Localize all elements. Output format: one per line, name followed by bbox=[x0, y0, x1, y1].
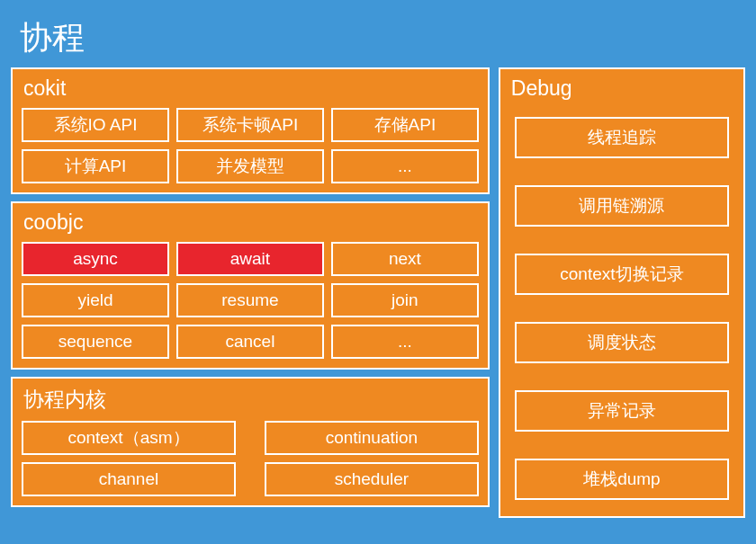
coobjc-item: next bbox=[331, 242, 479, 276]
kernel-item: context（asm） bbox=[22, 421, 236, 455]
left-column: cokit 系统IO API 系统卡顿API 存储API 计算API 并发模型 … bbox=[11, 67, 490, 518]
coobjc-item: join bbox=[331, 283, 479, 317]
cokit-item: 存储API bbox=[331, 108, 479, 142]
cokit-panel: cokit 系统IO API 系统卡顿API 存储API 计算API 并发模型 … bbox=[11, 67, 490, 194]
debug-item: 线程追踪 bbox=[515, 117, 729, 158]
cokit-item: ... bbox=[331, 149, 479, 183]
cokit-item: 并发模型 bbox=[176, 149, 324, 183]
kernel-item: channel bbox=[22, 462, 236, 496]
kernel-title: 协程内核 bbox=[23, 386, 479, 414]
coobjc-item: yield bbox=[22, 283, 169, 317]
debug-list: 线程追踪 调用链溯源 context切换记录 调度状态 异常记录 堆栈dump bbox=[509, 117, 734, 507]
cokit-title: cokit bbox=[23, 76, 479, 101]
cokit-item: 系统IO API bbox=[22, 108, 169, 142]
debug-item: context切换记录 bbox=[515, 254, 729, 295]
debug-panel: Debug 线程追踪 调用链溯源 context切换记录 调度状态 异常记录 堆… bbox=[499, 67, 745, 518]
coobjc-panel: coobjc async await next yield resume joi… bbox=[11, 201, 490, 370]
debug-title: Debug bbox=[511, 76, 734, 101]
cokit-item: 计算API bbox=[22, 149, 169, 183]
coobjc-item: cancel bbox=[176, 325, 324, 359]
debug-item: 调用链溯源 bbox=[515, 185, 729, 227]
kernel-panel: 协程内核 context（asm） continuation channel s… bbox=[11, 377, 490, 507]
cokit-grid: 系统IO API 系统卡顿API 存储API 计算API 并发模型 ... bbox=[22, 108, 479, 183]
cokit-item: 系统卡顿API bbox=[176, 108, 324, 142]
coobjc-grid: async await next yield resume join seque… bbox=[22, 242, 479, 359]
debug-item: 堆栈dump bbox=[515, 459, 729, 500]
diagram-title: 协程 bbox=[0, 0, 756, 67]
coobjc-title: coobjc bbox=[23, 210, 479, 235]
coobjc-item: sequence bbox=[22, 325, 169, 359]
coobjc-item: ... bbox=[331, 325, 479, 359]
debug-item: 调度状态 bbox=[515, 322, 729, 363]
coobjc-item: resume bbox=[176, 283, 324, 317]
coobjc-item-await: await bbox=[176, 242, 324, 276]
debug-item: 异常记录 bbox=[515, 390, 729, 432]
kernel-grid: context（asm） continuation channel schedu… bbox=[22, 421, 479, 496]
coobjc-item-async: async bbox=[22, 242, 169, 276]
diagram-main: cokit 系统IO API 系统卡顿API 存储API 计算API 并发模型 … bbox=[0, 67, 756, 529]
right-column: Debug 线程追踪 调用链溯源 context切换记录 调度状态 异常记录 堆… bbox=[499, 67, 745, 518]
kernel-item: scheduler bbox=[265, 462, 479, 496]
kernel-item: continuation bbox=[265, 421, 479, 455]
